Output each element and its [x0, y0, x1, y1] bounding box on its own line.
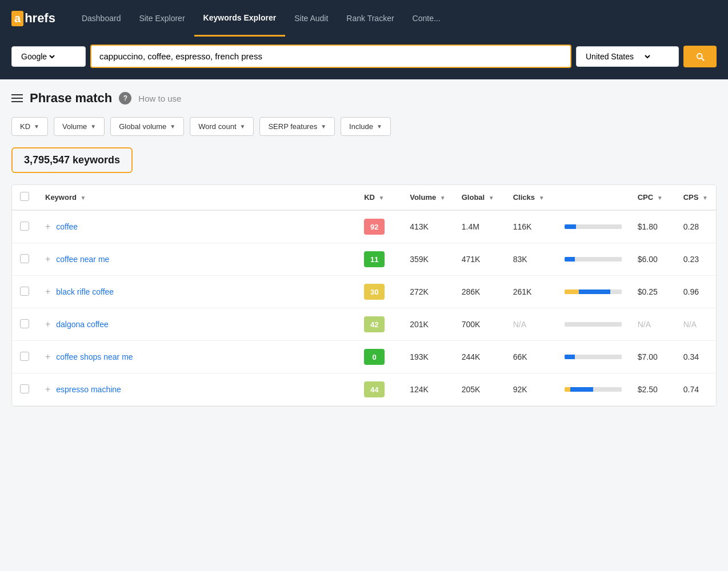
row-check-cell — [12, 341, 37, 373]
col-header-volume[interactable]: Volume ▼ — [402, 185, 454, 210]
filter-kd[interactable]: KD ▼ — [11, 117, 48, 136]
kd-badge: 0 — [364, 349, 385, 365]
table-row: + dalgona coffee 42 201K 700K N/A N/A N/… — [12, 308, 716, 341]
add-keyword-button[interactable]: + — [45, 287, 50, 296]
filter-volume[interactable]: Volume ▼ — [54, 117, 105, 136]
mini-bar — [565, 257, 622, 262]
row-clicks-cell: 66K — [505, 341, 557, 373]
bar-gray — [576, 224, 622, 229]
row-clicks-cell: N/A — [505, 308, 557, 341]
row-cpc-cell: $1.80 — [630, 210, 675, 243]
row-check-cell — [12, 308, 37, 341]
keyword-link[interactable]: coffee shops near me — [56, 352, 133, 361]
col-header-global[interactable]: Global ▼ — [454, 185, 505, 210]
row-clicks-cell: 261K — [505, 276, 557, 308]
row-checkbox[interactable] — [20, 384, 29, 393]
row-volume-cell: 272K — [402, 276, 454, 308]
keyword-link[interactable]: coffee — [56, 222, 78, 231]
nav-item-rank-tracker[interactable]: Rank Tracker — [337, 0, 403, 37]
row-bar-cell — [557, 308, 630, 341]
row-checkbox[interactable] — [20, 222, 29, 231]
bar-blue — [565, 257, 575, 262]
engine-select-wrap[interactable]: Google Bing — [11, 46, 86, 67]
row-bar-cell — [557, 210, 630, 243]
add-keyword-button[interactable]: + — [45, 384, 50, 394]
keyword-link[interactable]: black rifle coffee — [56, 287, 114, 296]
row-cpc-cell: N/A — [630, 308, 675, 341]
help-icon[interactable]: ? — [119, 92, 131, 104]
row-checkbox[interactable] — [20, 287, 29, 296]
how-to-use-link[interactable]: How to use — [138, 94, 181, 103]
row-volume-cell: 359K — [402, 243, 454, 276]
keyword-link[interactable]: dalgona coffee — [56, 320, 109, 329]
nav-bar: a hrefs Dashboard Site Explorer Keywords… — [0, 0, 728, 37]
hamburger-icon[interactable] — [11, 94, 23, 102]
bar-blue — [579, 289, 610, 294]
add-keyword-button[interactable]: + — [45, 222, 50, 231]
mini-bar — [565, 355, 622, 359]
row-cps-cell: 0.96 — [675, 276, 716, 308]
search-icon — [695, 51, 705, 62]
row-global-cell: 471K — [454, 243, 505, 276]
row-check-cell — [12, 373, 37, 406]
kd-badge: 42 — [364, 316, 385, 332]
keyword-link[interactable]: espresso machine — [56, 385, 121, 394]
header-checkbox[interactable] — [20, 192, 29, 201]
keyword-link[interactable]: coffee near me — [56, 255, 109, 264]
search-input[interactable] — [90, 45, 571, 68]
nav-item-keywords-explorer[interactable]: Keywords Explorer — [194, 0, 286, 37]
col-header-kd[interactable]: KD ▼ — [356, 185, 402, 210]
row-checkbox[interactable] — [20, 319, 29, 328]
row-cps-cell: N/A — [675, 308, 716, 341]
row-check-cell — [12, 276, 37, 308]
filter-global-volume[interactable]: Global volume ▼ — [110, 117, 184, 136]
row-bar-cell — [557, 373, 630, 406]
country-select-wrap[interactable]: United States United Kingdom Canada — [576, 46, 679, 67]
row-bar-cell — [557, 276, 630, 308]
search-bar: Google Bing United States United Kingdom… — [0, 37, 728, 79]
country-select[interactable]: United States United Kingdom Canada — [583, 51, 652, 62]
row-kd-cell: 30 — [356, 276, 402, 308]
add-keyword-button[interactable]: + — [45, 352, 50, 361]
kd-badge: 11 — [364, 251, 385, 267]
engine-select[interactable]: Google Bing — [19, 51, 57, 62]
row-global-cell: 700K — [454, 308, 505, 341]
table-row: + espresso machine 44 124K 205K 92K $2.5… — [12, 373, 716, 406]
logo[interactable]: a hrefs — [11, 11, 55, 26]
row-clicks-cell: 83K — [505, 243, 557, 276]
nav-item-content[interactable]: Conte... — [403, 0, 450, 37]
search-input-wrap — [90, 45, 571, 68]
bar-gray — [610, 289, 622, 294]
col-header-keyword[interactable]: Keyword ▼ — [37, 185, 356, 210]
bar-yellow — [565, 387, 570, 392]
col-header-clicks[interactable]: Clicks ▼ — [505, 185, 557, 210]
row-bar-cell — [557, 341, 630, 373]
main-content: Phrase match ? How to use KD ▼ Volume ▼ … — [0, 79, 728, 418]
col-header-cpc[interactable]: CPC ▼ — [630, 185, 675, 210]
row-kd-cell: 92 — [356, 210, 402, 243]
add-keyword-button[interactable]: + — [45, 319, 50, 329]
bar-yellow — [565, 289, 579, 294]
filter-word-count[interactable]: Word count ▼ — [190, 117, 254, 136]
col-header-cps[interactable]: CPS ▼ — [675, 185, 716, 210]
phrase-match-title: Phrase match — [30, 91, 112, 106]
filter-include[interactable]: Include ▼ — [341, 117, 391, 136]
row-kd-cell: 44 — [356, 373, 402, 406]
row-kd-cell: 0 — [356, 341, 402, 373]
bar-gray — [565, 322, 622, 327]
keywords-count-box: 3,795,547 keywords — [11, 147, 133, 173]
nav-item-site-audit[interactable]: Site Audit — [285, 0, 337, 37]
bar-gray — [593, 387, 622, 392]
row-checkbox[interactable] — [20, 254, 29, 263]
phrase-header: Phrase match ? How to use — [11, 91, 717, 106]
bar-gray — [575, 257, 622, 262]
nav-item-site-explorer[interactable]: Site Explorer — [130, 0, 194, 37]
search-button[interactable] — [683, 46, 717, 67]
filter-serp-features[interactable]: SERP features ▼ — [259, 117, 335, 136]
bar-gray — [575, 355, 622, 359]
add-keyword-button[interactable]: + — [45, 254, 50, 264]
row-volume-cell: 201K — [402, 308, 454, 341]
nav-item-dashboard[interactable]: Dashboard — [73, 0, 130, 37]
row-keyword-cell: + coffee — [37, 210, 356, 243]
row-checkbox[interactable] — [20, 352, 29, 361]
